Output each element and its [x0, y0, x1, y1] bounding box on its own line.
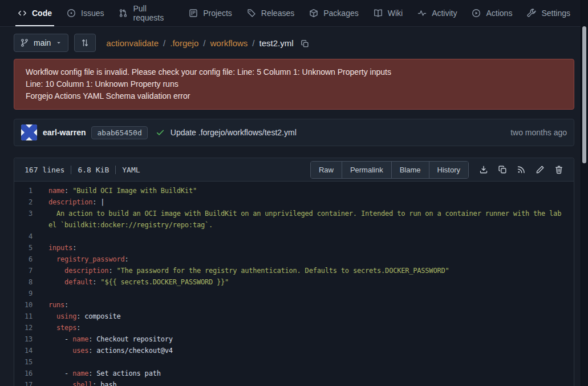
line-number[interactable]: 7	[14, 265, 40, 276]
play-circle-icon	[472, 9, 481, 18]
code-token: :	[76, 324, 80, 332]
code-token: -	[48, 369, 72, 377]
code-line: 2description: |	[14, 196, 574, 208]
file-nav-row: main actionvalidate / .forgejo / workflo…	[14, 34, 574, 52]
breadcrumb-separator: /	[163, 38, 165, 48]
file-view-mode-buttons: RawPermalinkBlameHistory	[310, 161, 469, 179]
divider	[71, 166, 71, 174]
line-number[interactable]: 1	[14, 185, 40, 196]
commit-message-link[interactable]: Update .forgejo/workflows/test2.yml	[171, 128, 297, 137]
copy-icon	[301, 39, 309, 48]
tab-releases[interactable]: Releases	[240, 0, 302, 26]
tab-projects[interactable]: Projects	[181, 0, 240, 26]
line-number[interactable]: 13	[14, 333, 40, 345]
error-line: Line: 10 Column 1: Unknown Property runs	[26, 78, 562, 90]
copy-path-button[interactable]	[298, 38, 309, 48]
line-number[interactable]: 6	[14, 254, 40, 265]
line-number[interactable]: 10	[14, 299, 40, 311]
code-token: registry_password	[56, 255, 124, 263]
code-token: :	[92, 381, 100, 386]
rss-button[interactable]	[517, 165, 526, 174]
tab-code[interactable]: Code	[10, 0, 59, 26]
commit-author[interactable]: earl-warren	[43, 128, 86, 137]
compare-button[interactable]	[74, 34, 96, 52]
code-viewer: 1name: "Build OCI Image with BuildKit"2d…	[14, 182, 574, 386]
code-line: 4	[14, 231, 574, 242]
tab-wiki[interactable]: Wiki	[366, 0, 410, 26]
permalink-button[interactable]: Permalink	[342, 162, 391, 178]
tab-settings-label: Settings	[541, 9, 570, 18]
branch-name: main	[34, 38, 51, 47]
line-number[interactable]: 2	[14, 196, 40, 208]
breadcrumb-dir-workflows-link[interactable]: workflows	[210, 38, 248, 48]
scrollbar-thumb[interactable]	[582, 26, 586, 163]
line-number[interactable]: 14	[14, 345, 40, 356]
nav-tabs: CodeIssuesPull requestsProjectsReleasesP…	[10, 0, 520, 26]
code-token: el `buildkit:docker://registry/repo:tag`…	[48, 221, 213, 229]
rss-icon	[517, 165, 526, 174]
tab-settings[interactable]: Settings	[520, 0, 578, 26]
line-number[interactable]: 5	[14, 242, 40, 254]
line-number[interactable]: 17	[14, 379, 40, 386]
code-line: 12 steps:	[14, 322, 574, 333]
copy-button[interactable]	[498, 165, 507, 174]
delete-button[interactable]	[554, 165, 563, 174]
code-token: bash	[100, 381, 116, 386]
code-token: uses	[72, 347, 88, 355]
commit-sha-button[interactable]: abab65450d	[91, 126, 147, 139]
code-line: 8 default: "${{ secrets.DOCKER_PASSWORD …	[14, 276, 574, 288]
tab-actions[interactable]: Actions	[464, 0, 520, 26]
page-scrollbar[interactable]	[581, 0, 588, 386]
tab-pull-requests[interactable]: Pull requests	[111, 0, 181, 26]
breadcrumb-separator: /	[252, 38, 254, 48]
tab-packages[interactable]: Packages	[302, 0, 366, 26]
breadcrumb-repo-link[interactable]: actionvalidate	[106, 38, 159, 48]
tab-label: Code	[32, 9, 52, 18]
line-number[interactable]: 11	[14, 311, 40, 322]
code-token: description	[48, 198, 92, 206]
tab-label: Packages	[323, 9, 358, 18]
error-line: Workflow config file is invalid. Please …	[26, 66, 562, 78]
error-banner: Workflow config file is invalid. Please …	[14, 59, 574, 110]
code-line: 14 uses: actions/checkout@v4	[14, 345, 574, 356]
line-number[interactable]: 4	[14, 231, 40, 242]
content: main actionvalidate / .forgejo / workflo…	[0, 34, 588, 386]
blame-button[interactable]: Blame	[391, 162, 429, 178]
line-number[interactable]: 3	[14, 208, 40, 231]
code-line: 10runs:	[14, 299, 574, 311]
code-token: :	[64, 187, 72, 195]
history-button[interactable]: History	[429, 162, 468, 178]
commit-status-check-icon[interactable]	[156, 128, 165, 137]
code-line-content: - name: Checkout repository	[40, 333, 574, 345]
file-actions: RawPermalinkBlameHistory	[310, 161, 568, 179]
line-number[interactable]: 8	[14, 276, 40, 288]
tab-activity[interactable]: Activity	[410, 0, 464, 26]
breadcrumb-dir-forgejo-link[interactable]: .forgejo	[170, 38, 198, 48]
line-number[interactable]: 16	[14, 368, 40, 379]
code-line-content: description: |	[40, 196, 574, 208]
raw-button[interactable]: Raw	[311, 162, 342, 178]
file-info: 167 lines 6.8 KiB YAML	[20, 166, 140, 174]
line-number[interactable]: 12	[14, 322, 40, 333]
download-button[interactable]	[479, 165, 488, 174]
issue-icon	[67, 9, 76, 18]
tab-issues[interactable]: Issues	[59, 0, 111, 26]
code-token: Set actions path	[96, 369, 160, 377]
code-line-content: name: "Build OCI Image with BuildKit"	[40, 185, 574, 196]
code-line-content: using: composite	[40, 311, 574, 322]
code-line: 7 description: "The password for the reg…	[14, 265, 574, 276]
tab-label: Wiki	[388, 9, 403, 18]
branch-select-button[interactable]: main	[14, 34, 68, 52]
code-token: "${{ secrets.DOCKER_PASSWORD }}"	[100, 278, 229, 286]
code-line-content: description: "The password for the regis…	[40, 265, 574, 276]
delete-icon	[554, 165, 563, 174]
code-token: shell	[72, 381, 92, 386]
line-number[interactable]: 9	[14, 288, 40, 299]
edit-button[interactable]	[536, 165, 545, 174]
avatar[interactable]	[21, 124, 37, 140]
code-token: :	[88, 335, 96, 343]
code-token: -	[48, 335, 72, 343]
code-line-content: inputs:	[40, 242, 574, 254]
code-token: :	[76, 312, 84, 320]
line-number[interactable]: 15	[14, 356, 40, 368]
